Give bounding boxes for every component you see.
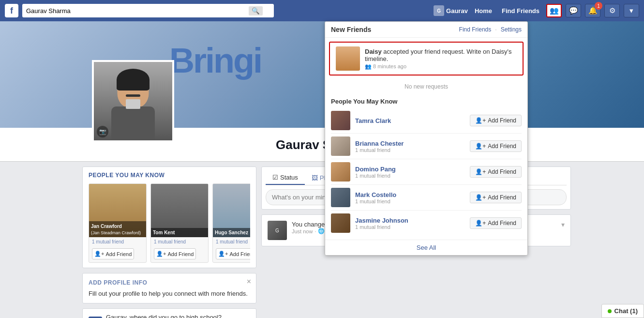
mark-info: Mark Costello 1 mutual friend xyxy=(355,191,465,204)
pymk-tom-info: 1 mutual friend xyxy=(151,237,208,246)
popup-header-links: Find Friends Settings xyxy=(459,26,522,33)
add-icon-brianna: 👤+ xyxy=(475,143,486,150)
tab-status[interactable]: ☑ Status xyxy=(266,171,305,185)
pymk-popup-section: People You May Know Tamra Clark 👤+ Add F… xyxy=(325,94,527,240)
post-user-avatar: G xyxy=(268,221,287,240)
jasmine-add-friend-button[interactable]: 👤+ Add Friend xyxy=(470,217,522,229)
pymk-photo-hugo: Hugo Sanchez xyxy=(213,184,250,237)
jasmine-name: Jasmine Johnson xyxy=(355,217,465,224)
daisy-avatar xyxy=(336,46,360,71)
brianna-mutual: 1 mutual friend xyxy=(355,147,465,153)
mark-avatar xyxy=(331,188,350,207)
brianna-name: Brianna Chester xyxy=(355,140,465,147)
main-content: Bringi 📷 Gaur xyxy=(0,21,644,318)
search-button[interactable]: 🔍 xyxy=(249,6,263,15)
pymk-title-highlight: MAY KNOW xyxy=(131,172,165,179)
tamra-add-friend-button[interactable]: 👤+ Add Friend xyxy=(470,115,522,126)
new-friend-daisy: Daisy accepted your friend request. Writ… xyxy=(329,42,524,76)
add-profile-title: ADD PROFILE INFO xyxy=(89,279,250,286)
pymk-tom-name: Tom Kent xyxy=(153,230,175,235)
nav-user-avatar: G xyxy=(434,5,444,16)
jasmine-mutual: 1 mutual friend xyxy=(355,224,465,230)
mark-mutual: 1 mutual friend xyxy=(355,198,465,204)
brianna-add-friend-button[interactable]: 👤+ Add Friend xyxy=(470,140,522,152)
privacy-globe-icon: 🌐 xyxy=(318,228,325,234)
daisy-notification-time: 👥 8 minutes ago xyxy=(365,63,517,70)
add-friend-icon-tom: 👤+ xyxy=(156,251,166,257)
friends-icon-small: 👥 xyxy=(365,63,372,70)
domino-name: Domino Pang xyxy=(355,166,465,173)
daisy-notification-content: Daisy accepted your friend request. Writ… xyxy=(365,48,517,70)
messages-icon-button[interactable]: 💬 xyxy=(566,4,581,17)
profile-photo-wrapper: 📷 xyxy=(92,60,174,142)
pymk-jan-sub: (Jan Steadman Crawford) xyxy=(91,230,141,235)
pymk-card-tom: Tom Kent 1 mutual friend 👤+ Add Friend xyxy=(150,183,209,263)
pymk-photo-tom: Tom Kent xyxy=(151,184,208,237)
jasmine-avatar xyxy=(331,213,350,233)
pymk-popup-section-title: People You May Know xyxy=(331,98,522,105)
domino-add-friend-button[interactable]: 👤+ Add Friend xyxy=(470,166,522,178)
daisy-action-text: accepted your friend request. Write on D… xyxy=(365,48,512,62)
nav-find-friends-link[interactable]: Find Friends xyxy=(499,7,542,15)
chat-label: Chat (1) xyxy=(614,307,638,315)
nav-home-link[interactable]: Home xyxy=(472,7,495,15)
pymk-hugo-add-button[interactable]: 👤+ Add Friend xyxy=(216,248,250,259)
hs-content: Gaurav, where did you go to high school?… xyxy=(106,314,242,318)
pymk-jan-add-button[interactable]: 👤+ Add Friend xyxy=(92,248,134,259)
high-school-prompt-box: 🎓 Gaurav, where did you go to high schoo… xyxy=(82,308,256,318)
pymk-tom-mutual: 1 mutual friend xyxy=(154,239,205,244)
top-navigation: f 🔍 G Gaurav Home Find Friends 👥 💬 🔔 1 ⚙… xyxy=(0,0,644,21)
brianna-avatar xyxy=(331,136,350,156)
pymk-jan-info: 1 mutual friend xyxy=(89,237,146,246)
domino-mutual: 1 mutual friend xyxy=(355,173,465,179)
post-options-chevron[interactable]: ▾ xyxy=(561,221,565,228)
left-column: PEOPLE YOU MAY KNOW Jan Crawford (Jan St… xyxy=(82,167,256,318)
search-input[interactable] xyxy=(26,7,249,15)
mark-add-friend-button[interactable]: 👤+ Add Friend xyxy=(470,192,522,203)
pymk-title-prefix: PEOPLE YOU xyxy=(89,172,131,179)
notifications-badge: 1 xyxy=(595,2,602,10)
settings-popup-link[interactable]: Settings xyxy=(495,26,522,33)
pymk-title: PEOPLE YOU MAY KNOW xyxy=(89,172,250,179)
domino-avatar xyxy=(331,162,350,182)
add-profile-close-button[interactable]: × xyxy=(247,277,251,286)
tamra-info: Tamra Clark xyxy=(355,117,465,124)
add-friend-icon-hugo: 👤+ xyxy=(218,251,228,257)
see-all-button[interactable]: See All xyxy=(325,240,527,255)
nav-user-name: Gaurav xyxy=(446,7,468,15)
notifications-icon-button[interactable]: 🔔 1 xyxy=(585,4,600,17)
pymk-row-mark: Mark Costello 1 mutual friend 👤+ Add Fri… xyxy=(331,185,522,211)
pymk-card-hugo: Hugo Sanchez 1 mutual friend 👤+ Add Frie… xyxy=(212,183,250,263)
add-icon-mark: 👤+ xyxy=(475,194,486,201)
search-bar[interactable]: 🔍 xyxy=(22,4,274,17)
pymk-row-brianna: Brianna Chester 1 mutual friend 👤+ Add F… xyxy=(331,134,522,159)
hs-question-text: Gaurav, where did you go to high school? xyxy=(106,314,242,318)
change-photo-icon[interactable]: 📷 xyxy=(97,126,108,137)
mark-name: Mark Costello xyxy=(355,191,465,198)
profile-section: 📷 Gaurav Sharma Timeline About Friends 2 xyxy=(0,128,644,162)
friends-popup: New Friends Find Friends Settings Daisy … xyxy=(325,21,528,256)
find-friends-popup-link[interactable]: Find Friends xyxy=(459,26,492,33)
jasmine-info: Jasmine Johnson 1 mutual friend xyxy=(355,217,465,230)
dropdown-icon-button[interactable]: ▾ xyxy=(624,4,639,17)
nav-user-section: G Gaurav xyxy=(434,5,468,16)
settings-icon-button[interactable]: ⚙ xyxy=(604,4,620,17)
privacy-icon: · xyxy=(315,228,316,234)
people-you-may-know-box: PEOPLE YOU MAY KNOW Jan Crawford (Jan St… xyxy=(82,167,256,268)
pymk-tom-add-button[interactable]: 👤+ Add Friend xyxy=(154,248,196,259)
pymk-row-tamra: Tamra Clark 👤+ Add Friend xyxy=(331,108,522,134)
status-checkbox-icon: ☑ xyxy=(272,174,278,181)
pymk-jan-mutual: 1 mutual friend xyxy=(92,239,143,244)
facebook-logo: f xyxy=(5,4,18,17)
add-icon-jasmine: 👤+ xyxy=(475,220,486,227)
add-profile-text: Fill out your profile to help you connec… xyxy=(89,290,250,297)
chat-bar[interactable]: Chat (1) xyxy=(601,304,644,318)
friends-icon-button[interactable]: 👥 xyxy=(546,4,562,17)
popup-title: New Friends xyxy=(331,26,371,33)
brianna-info: Brianna Chester 1 mutual friend xyxy=(355,140,465,153)
high-school-icon: 🎓 xyxy=(89,317,102,318)
popup-header: New Friends Find Friends Settings xyxy=(325,22,527,38)
add-friend-icon: 👤+ xyxy=(94,251,104,257)
daisy-name: Daisy xyxy=(365,48,382,55)
no-new-requests-text: No new requests xyxy=(325,79,527,94)
